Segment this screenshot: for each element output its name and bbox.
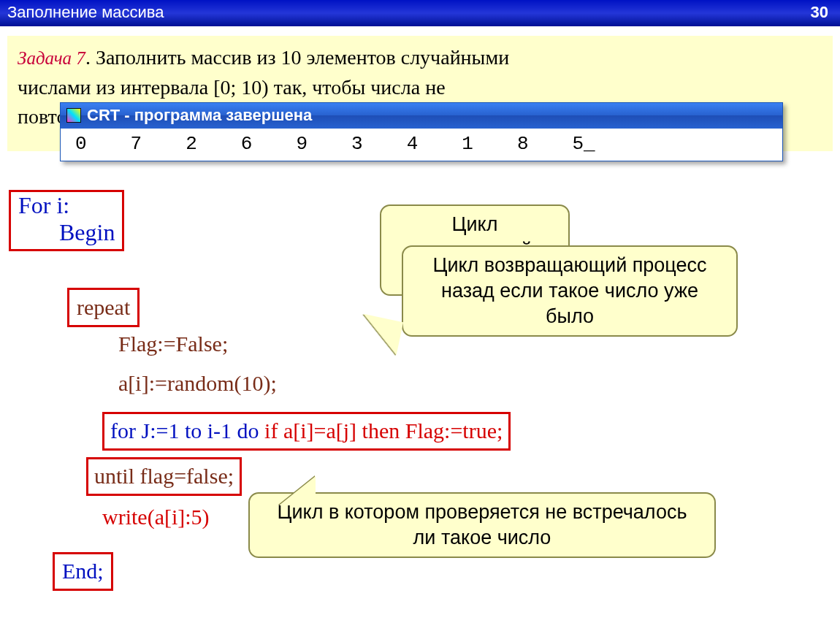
task-sep: . (85, 46, 96, 69)
task-text-2: числами из интервала [0; 10) так, чтобы … (18, 76, 446, 99)
code-forj-blue: for J:=1 to i-1 do (110, 418, 259, 443)
crt-window-title: CRT - программа завершена (87, 106, 312, 125)
crt-val-8: 8 (517, 133, 529, 155)
slide-page-number: 30 (811, 3, 828, 22)
crt-val-9: 5_ (572, 133, 595, 155)
code-flag-false: Flag:=False; (118, 332, 228, 356)
code-for: For i: (18, 192, 115, 219)
code-end: End; (62, 559, 104, 583)
code-begin: Begin (18, 219, 115, 246)
crt-val-1: 7 (131, 133, 142, 155)
task-text-1: Заполнить массив из 10 элементов случайн… (96, 46, 509, 69)
code-for-begin-box: For i: Begin (9, 190, 124, 251)
callout-c-tail (279, 476, 316, 505)
task-label: Задача 7 (18, 48, 85, 68)
crt-val-6: 4 (407, 133, 419, 155)
crt-val-4: 9 (296, 133, 308, 155)
code-until-box: until flag=false; (86, 457, 242, 496)
crt-val-0: 0 (75, 133, 87, 155)
callout-return: Цикл возвращающий процесс назад если так… (402, 245, 738, 337)
code-forj-red: if a[i]=a[j] then Flag:=true; (259, 418, 503, 443)
code-end-box: End; (53, 552, 113, 591)
crt-window-titlebar[interactable]: CRT - программа завершена (61, 103, 782, 129)
code-forj-box: for J:=1 to i-1 do if a[i]=a[j] then Fla… (102, 412, 511, 451)
crt-val-2: 2 (186, 133, 197, 155)
code-write: write(a[i]:5) (102, 505, 210, 529)
crt-output: 0 7 2 6 9 3 4 1 8 5_ (61, 129, 782, 161)
code-ai-random: a[i]:=random(10); (118, 371, 277, 396)
crt-icon (66, 108, 81, 123)
crt-val-7: 1 (462, 133, 473, 155)
callout-b-text: Цикл возвращающий процесс назад если так… (432, 254, 706, 327)
crt-window[interactable]: CRT - программа завершена 0 7 2 6 9 3 4 … (60, 102, 783, 161)
callout-b-tail (356, 314, 403, 356)
code-repeat: repeat (77, 295, 130, 319)
callout-c-text: Цикл в котором проверяется не встречалос… (277, 501, 687, 548)
crt-val-5: 3 (351, 133, 363, 155)
code-repeat-box: repeat (67, 288, 140, 327)
callout-check: Цикл в котором проверяется не встречалос… (248, 492, 716, 558)
slide-titlebar: Заполнение массива 30 (0, 0, 840, 26)
code-until: until flag=false; (94, 464, 234, 488)
slide-title: Заполнение массива (7, 3, 164, 22)
crt-val-3: 6 (241, 133, 253, 155)
